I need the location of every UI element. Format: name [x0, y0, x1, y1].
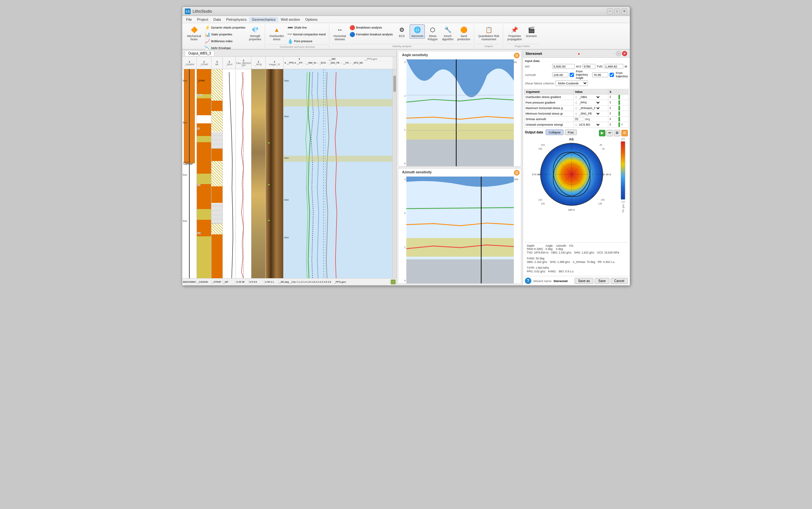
- menu-file[interactable]: File: [184, 17, 195, 22]
- save-button[interactable]: Save: [595, 278, 609, 284]
- m0-label: M 0: [576, 65, 581, 68]
- azimuth-input[interactable]: [552, 72, 569, 77]
- ribbon-btn-properties-propagation[interactable]: 📌 Propertiespropagation: [506, 24, 524, 42]
- sand-production-icon: 🟠: [459, 25, 468, 34]
- param-shg-k-input[interactable]: [609, 112, 617, 115]
- ribbon-btn-pore-pressure[interactable]: 💧 Pore pressure: [286, 38, 327, 44]
- ribbon-btn-breakdown[interactable]: 🔴 Breakdown analysis: [348, 24, 394, 31]
- restore-button[interactable]: □: [614, 8, 620, 14]
- ribbon-btn-stress-polygon[interactable]: ⬡ StressPolygon: [425, 24, 440, 42]
- param-obg-select[interactable]: _OBG: [578, 95, 600, 99]
- param-shg-select[interactable]: _ShG_PE: [578, 112, 600, 115]
- angle-info: Angle:0 deg: [546, 244, 553, 250]
- stereonet-close-btn[interactable]: ✕: [622, 51, 627, 56]
- svg-rect-12: [406, 259, 514, 283]
- dynamic-elastic-icon: ⚡: [205, 25, 210, 30]
- param-shmaxg-select[interactable]: _SHmaxG_PE: [578, 106, 600, 110]
- ribbon-btn-static-properties[interactable]: 📊 Static properties: [203, 31, 247, 38]
- ribbon-btn-shale-line[interactable]: ➖ Shale line: [286, 24, 327, 31]
- param-ppg-k-input[interactable]: [609, 101, 617, 104]
- ribbon-btn-overburden[interactable]: ▲ Overburdenstress: [268, 24, 286, 42]
- collapse-btn[interactable]: Collapse: [546, 130, 563, 135]
- play-btn[interactable]: ▶: [599, 130, 606, 136]
- tvd-label: TVD: [597, 65, 603, 68]
- footer-imager: _DE,deg _CA,in: [279, 280, 296, 283]
- param-ppg-select[interactable]: _PPG: [578, 101, 600, 104]
- failure-criterion-select[interactable]: Mohr-Coulomb: [555, 80, 588, 86]
- output-orange-btn[interactable]: ⚙: [621, 130, 628, 136]
- ribbon-btn-quantitative-risk[interactable]: 📋 Quantitative RiskAssessment: [477, 24, 501, 42]
- stereonet-label: Stereonet: [411, 34, 423, 38]
- log-scrollbar[interactable]: [392, 69, 396, 278]
- ribbon-btn-stereonet[interactable]: 🌐 Stereonet: [410, 24, 425, 39]
- mohr-label: Mohr Envelope: [211, 46, 231, 50]
- settings-btn[interactable]: ⚙: [614, 130, 620, 136]
- ribbon-btn-ecd[interactable]: ⚙ ECD: [395, 24, 409, 39]
- ribbon-btn-brittleness[interactable]: 📈 Brittleness index: [203, 38, 247, 44]
- strength-icon: 💎: [251, 25, 260, 34]
- overburden-label: Overburdenstress: [269, 34, 284, 41]
- angle-sensitivity-settings[interactable]: ⚙: [514, 53, 520, 59]
- menu-options[interactable]: Options: [303, 17, 320, 22]
- param-shmax-az-k-input[interactable]: [609, 117, 617, 121]
- from-trajectory-checkbox[interactable]: [610, 73, 614, 77]
- menu-project[interactable]: Project: [195, 17, 211, 22]
- stereonet-minimize-btn[interactable]: ─: [616, 51, 621, 56]
- footer-scroll-icon[interactable]: ↕: [391, 279, 396, 284]
- minimize-button[interactable]: ─: [607, 8, 613, 14]
- ribbon-btn-normal-compaction[interactable]: 〰 Normal compaction trend: [286, 31, 327, 38]
- edit-btn[interactable]: ✏: [607, 130, 613, 136]
- track-imager: [266, 69, 284, 278]
- save-as-button[interactable]: Save as: [575, 278, 593, 284]
- params-header-k: k: [608, 90, 628, 95]
- param-ppg-k: [608, 100, 628, 105]
- ribbon-btn-mechanical-facies[interactable]: 🔶 Mechanicalfacies: [186, 24, 203, 42]
- cancel-button[interactable]: Cancel: [611, 278, 628, 284]
- tvd-input[interactable]: [604, 64, 623, 69]
- param-shmax-az-k: [608, 116, 628, 122]
- azimuth-right-axis: 359: [514, 177, 521, 283]
- formation-breakout-label: Formation breakout analysis: [356, 33, 393, 36]
- ribbon-btn-strength[interactable]: 💎 Strengthproperties: [248, 24, 263, 42]
- ribbon-group-graphs: 📋 Quantitative RiskAssessment Graphs: [475, 24, 503, 48]
- track-header-cali: 3 CALI_BROOH_BIT: [236, 57, 251, 69]
- track-ppg: Sxxx Sxxx Sxxx Sxxx Sxxx: [284, 69, 392, 278]
- menu-well-section[interactable]: Well section: [278, 17, 303, 22]
- md-alt-input[interactable]: [582, 64, 595, 69]
- from-trajectory-angle-checkbox[interactable]: [570, 73, 574, 77]
- help-button[interactable]: ?: [525, 277, 531, 284]
- md-input[interactable]: [552, 64, 575, 69]
- param-shg-label: Minimum horizontal stress gr: [525, 111, 574, 116]
- param-row-obg: Overburden stress gradient ◁ _OBG: [525, 95, 628, 100]
- quantitative-risk-label: Quantitative RiskAssessment: [479, 34, 499, 41]
- param-ucs-label: Uniaxial compressive strengt: [525, 122, 574, 128]
- frac-btn[interactable]: Frac: [565, 130, 577, 135]
- ribbon-btn-kirsch[interactable]: 🔧 Kirschalgorithm: [441, 24, 455, 42]
- log-tab-output-wbs[interactable]: Output_WBS_3: [185, 50, 215, 56]
- param-ppg-label: Pore pressure gradient: [525, 100, 574, 105]
- track-header-devi: 3 _DEVI: [223, 57, 236, 69]
- stereonet-svg: [539, 142, 604, 207]
- param-shmax-az-input[interactable]: [575, 117, 584, 121]
- param-obg-k-input[interactable]: [609, 95, 617, 98]
- menu-geomechanics[interactable]: Geomechanics: [249, 17, 278, 22]
- param-shmaxg-k-input[interactable]: [609, 106, 617, 109]
- params-header-value: Value: [574, 90, 608, 95]
- ribbon-btn-sand-production[interactable]: 🟠 Sandproduction: [456, 24, 472, 42]
- ribbon-btn-dynamic-elastic[interactable]: ⚡ Dynamic elastic properties: [203, 24, 247, 31]
- param-ucs-select[interactable]: UCS BO: [578, 123, 600, 127]
- menu-data[interactable]: Data: [211, 17, 224, 22]
- ribbon-btn-formation-breakout[interactable]: 🔵 Formation breakout analysis: [348, 31, 394, 38]
- param-row-shmax-az: SHmax azimuth deg: [525, 116, 628, 122]
- angle-value-input[interactable]: [592, 72, 608, 77]
- pr-val: PR: 0.302 c.u: [597, 260, 615, 264]
- quantitative-risk-icon: 📋: [484, 25, 493, 34]
- azimuth-sensitivity-settings[interactable]: ⚙: [514, 170, 520, 176]
- params-expand-icon[interactable]: ▼: [621, 123, 623, 126]
- param-ucs-k-input[interactable]: [609, 123, 617, 126]
- ribbon-btn-scenario[interactable]: 🎬 Scenario: [524, 24, 539, 39]
- param-obg-k: [608, 95, 628, 100]
- close-button[interactable]: ✕: [621, 8, 627, 14]
- menu-petrophysics[interactable]: Petrophysics: [224, 17, 249, 22]
- ribbon-btn-horizontal-stresses[interactable]: ↔ Horizontalstresses: [332, 24, 348, 42]
